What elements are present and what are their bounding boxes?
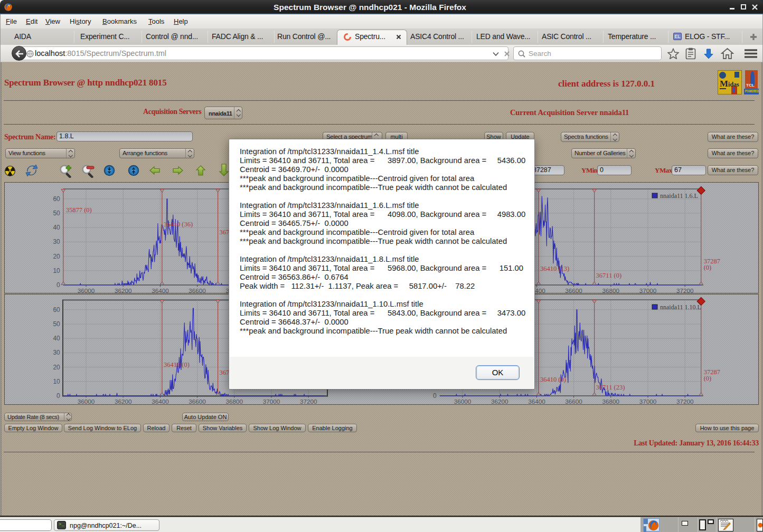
svg-text:36410 (36): 36410 (36): [164, 221, 193, 228]
svg-text:36800: 36800: [602, 398, 620, 405]
svg-text:20: 20: [53, 253, 60, 260]
svg-text:36200: 36200: [115, 287, 132, 293]
svg-text:0: 0: [433, 392, 437, 400]
svg-text:36600: 36600: [189, 398, 206, 405]
svg-text:36600: 36600: [565, 287, 582, 293]
svg-text:(0): (0): [704, 264, 712, 271]
svg-text:40: 40: [53, 335, 60, 342]
svg-text:37000: 37000: [263, 398, 280, 405]
svg-text:36000: 36000: [454, 398, 472, 405]
svg-text:36600: 36600: [565, 398, 582, 405]
svg-text:36000: 36000: [78, 287, 95, 293]
svg-text:36000: 36000: [78, 398, 95, 405]
svg-text:60: 60: [53, 306, 60, 314]
svg-text:36711 (0): 36711 (0): [596, 272, 622, 279]
svg-text:36711 (23): 36711 (23): [596, 384, 625, 391]
svg-text:36410 (13): 36410 (13): [540, 265, 569, 272]
svg-text:30: 30: [53, 349, 60, 356]
svg-text:36410 (0): 36410 (0): [540, 376, 566, 383]
svg-text:nnaida11 1.10.L: nnaida11 1.10.L: [660, 303, 701, 311]
svg-text:36200: 36200: [491, 398, 508, 405]
svg-text:37200: 37200: [300, 398, 317, 405]
svg-text:10: 10: [53, 378, 60, 385]
svg-text:36400: 36400: [152, 287, 169, 293]
svg-text:37200: 37200: [676, 398, 694, 405]
svg-text:20: 20: [53, 364, 60, 371]
svg-text:50: 50: [53, 210, 60, 217]
svg-text:36400: 36400: [528, 398, 545, 405]
svg-text:nnaida11 1.6.L: nnaida11 1.6.L: [660, 192, 698, 200]
svg-text:0: 0: [56, 281, 60, 289]
svg-text:30: 30: [53, 238, 60, 245]
svg-text:(0): (0): [704, 375, 712, 382]
svg-text:40: 40: [53, 224, 60, 231]
svg-text:35877 (0): 35877 (0): [66, 206, 92, 214]
svg-text:36800: 36800: [602, 287, 620, 293]
svg-text:60: 60: [53, 195, 60, 203]
svg-text:37200: 37200: [676, 287, 694, 293]
svg-text:36600: 36600: [189, 287, 206, 293]
svg-text:36200: 36200: [115, 398, 132, 405]
svg-text:50: 50: [53, 320, 60, 328]
svg-text:0: 0: [56, 392, 60, 400]
svg-text:36400: 36400: [152, 398, 169, 405]
svg-text:10: 10: [53, 267, 60, 274]
svg-text:37000: 37000: [639, 398, 657, 405]
svg-text:37000: 37000: [639, 287, 657, 293]
svg-text:36800: 36800: [226, 398, 243, 405]
svg-text:36410 (0): 36410 (0): [164, 361, 190, 368]
